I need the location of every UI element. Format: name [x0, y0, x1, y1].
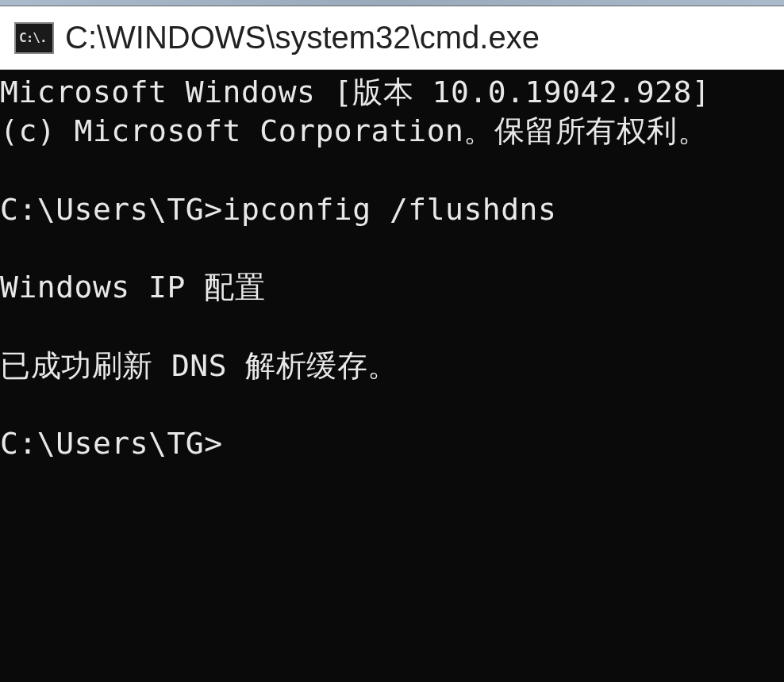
cmd-icon-text: C:\.: [19, 30, 47, 45]
terminal-line: 已成功刷新 DNS 解析缓存。: [0, 347, 784, 385]
terminal-line: (c) Microsoft Corporation。保留所有权利。: [0, 112, 784, 151]
cmd-icon: C:\.: [14, 22, 54, 54]
terminal-line: [0, 308, 784, 347]
title-bar[interactable]: C:\. C:\WINDOWS\system32\cmd.exe: [0, 6, 784, 70]
terminal-line: Microsoft Windows [版本 10.0.19042.928]: [0, 73, 784, 112]
terminal-line: C:\Users\TG>ipconfig /flushdns: [0, 190, 784, 229]
terminal-prompt: C:\Users\TG>: [0, 424, 784, 463]
terminal-line: Windows IP 配置: [0, 268, 784, 307]
window-title: C:\WINDOWS\system32\cmd.exe: [65, 20, 540, 56]
window-top-border: [0, 0, 784, 6]
terminal-line: [0, 151, 784, 190]
terminal-line: [0, 229, 784, 268]
terminal-line: [0, 385, 784, 424]
terminal-output[interactable]: Microsoft Windows [版本 10.0.19042.928](c)…: [0, 70, 784, 682]
